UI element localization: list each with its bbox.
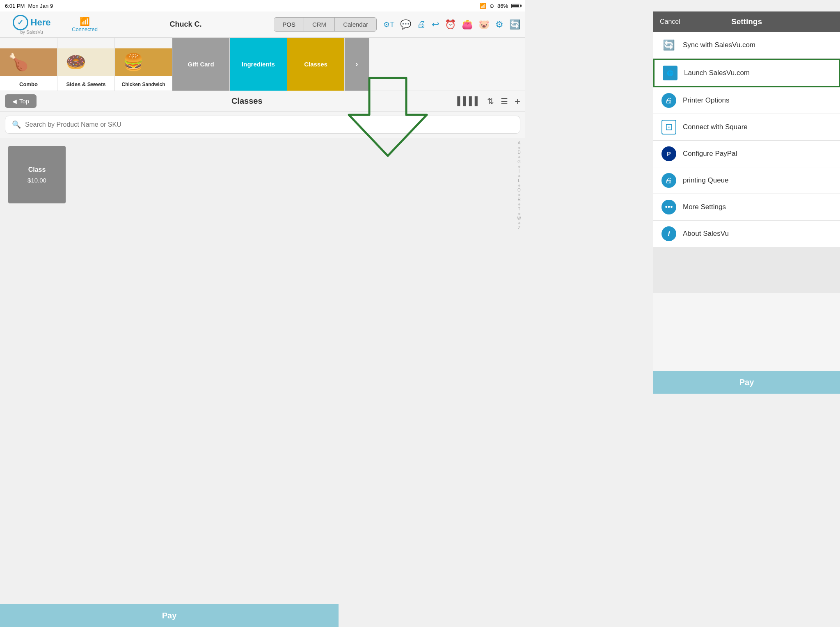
barcode-icon[interactable]: ▌▌▌▌ (457, 96, 481, 106)
search-wrapper[interactable]: 🔍 (5, 116, 520, 134)
product-class[interactable]: Class $10.00 (8, 146, 66, 203)
gear-icon[interactable]: ⚙ (495, 19, 504, 30)
tab-crm[interactable]: CRM (304, 18, 335, 31)
alpha-t[interactable]: T (518, 207, 520, 211)
menu-icon[interactable]: ☰ (501, 96, 508, 106)
category-chicken[interactable]: Chicken Sandwich (115, 38, 172, 91)
top-icons: ⚙T 💬 🖨 ↩ ⏰ 👛 🐷 ⚙ 🔄 (383, 19, 520, 30)
logo-area: ✓ Here by SalesVu (5, 15, 58, 34)
alpha-d[interactable]: D (517, 150, 520, 155)
logo-sub: by SalesVu (20, 30, 43, 34)
wallet-icon[interactable]: 👛 (462, 19, 473, 30)
battery-percent: 86% (497, 3, 508, 9)
category-giftcard[interactable]: Gift Card (172, 38, 230, 91)
category-more[interactable]: › (345, 38, 369, 91)
alpha-i[interactable]: I (519, 169, 520, 173)
tab-pos[interactable]: POS (274, 18, 304, 31)
nav-bar: ✓ Here by SalesVu 📶 Connected Chuck C. P… (0, 11, 525, 38)
toolbar: ◀ Top Classes ▌▌▌▌ ⇅ ☰ + (0, 91, 525, 112)
logo-text: Here (31, 17, 51, 28)
logo-top: ✓ Here (13, 15, 51, 30)
alpha-z[interactable]: Z (518, 226, 520, 230)
category-ingredients[interactable]: Ingredients (230, 38, 287, 91)
category-chicken-label: Chicken Sandwich (115, 76, 172, 91)
connected-label: Connected (72, 26, 98, 32)
search-icon: 🔍 (12, 120, 21, 129)
top-button[interactable]: ◀ Top (5, 94, 37, 108)
alpha-dot-5 (518, 185, 520, 187)
top-button-label: Top (19, 98, 29, 105)
alpha-r[interactable]: R (517, 198, 520, 202)
reload-icon[interactable]: 🔄 (509, 19, 520, 30)
alpha-dot-7 (518, 203, 520, 205)
category-sides-label: Sides & Sweets (57, 76, 114, 91)
alpha-dot-6 (518, 194, 520, 196)
clock-icon[interactable]: ⏰ (445, 19, 456, 30)
section-title: Classes (41, 96, 452, 106)
alpha-g[interactable]: G (517, 160, 521, 164)
alpha-w[interactable]: W (517, 217, 521, 221)
chat-icon[interactable]: 💬 (400, 19, 411, 30)
alpha-sidebar: A D G I L O R T W Z (513, 138, 525, 394)
user-name: Chuck C. (104, 20, 267, 29)
alpha-l[interactable]: L (518, 179, 520, 183)
top-arrow-icon: ◀ (12, 98, 17, 105)
product-name: Class (28, 166, 46, 173)
search-input[interactable] (25, 121, 513, 128)
battery-indicator (511, 4, 520, 8)
wifi-icon: 📶 (480, 3, 486, 9)
status-bar: 6:01 PM Mon Jan 9 📶 ⊙ 86% (0, 0, 525, 11)
refresh-icon[interactable]: ↩ (432, 19, 439, 30)
t-settings-icon[interactable]: ⚙T (383, 20, 394, 29)
alpha-dot-2 (518, 156, 520, 158)
alpha-dot-9 (518, 222, 520, 224)
alpha-dot-4 (518, 175, 520, 177)
search-bar: 🔍 (0, 112, 525, 138)
toolbar-icons: ▌▌▌▌ ⇅ ☰ + (457, 96, 520, 107)
category-sides[interactable]: Sides & Sweets (57, 38, 115, 91)
category-combo-label: Combo (0, 76, 57, 91)
lock-icon: ⊙ (490, 3, 494, 9)
product-price: $10.00 (27, 177, 46, 184)
status-right: 📶 ⊙ 86% (480, 3, 520, 9)
alpha-a[interactable]: A (518, 141, 521, 145)
category-classes[interactable]: Classes (287, 38, 345, 91)
alpha-dot-3 (518, 166, 520, 168)
alpha-o[interactable]: O (517, 188, 521, 192)
connected-area: 📶 Connected (65, 16, 98, 32)
nav-tabs: POS CRM Calendar (274, 17, 377, 32)
category-combo[interactable]: Combo (0, 38, 57, 91)
status-left: 6:01 PM Mon Jan 9 (5, 3, 53, 9)
piggy-icon[interactable]: 🐷 (478, 19, 490, 30)
date-display: Mon Jan 9 (28, 3, 53, 9)
printer-icon[interactable]: 🖨 (417, 19, 426, 30)
time-display: 6:01 PM (5, 3, 25, 9)
wifi-connected-icon: 📶 (80, 16, 90, 26)
tab-calendar[interactable]: Calendar (335, 18, 376, 31)
category-bar: Combo Sides & Sweets Chicken Sandwich Gi… (0, 38, 525, 91)
main-content: Class $10.00 A D G I L O R T W Z (0, 138, 525, 394)
add-icon[interactable]: + (515, 96, 520, 107)
alpha-dot-8 (518, 213, 520, 215)
alpha-dot-1 (518, 147, 520, 149)
logo-circle: ✓ (13, 15, 28, 30)
product-area: Class $10.00 (0, 138, 513, 394)
sort-icon[interactable]: ⇅ (487, 96, 494, 106)
